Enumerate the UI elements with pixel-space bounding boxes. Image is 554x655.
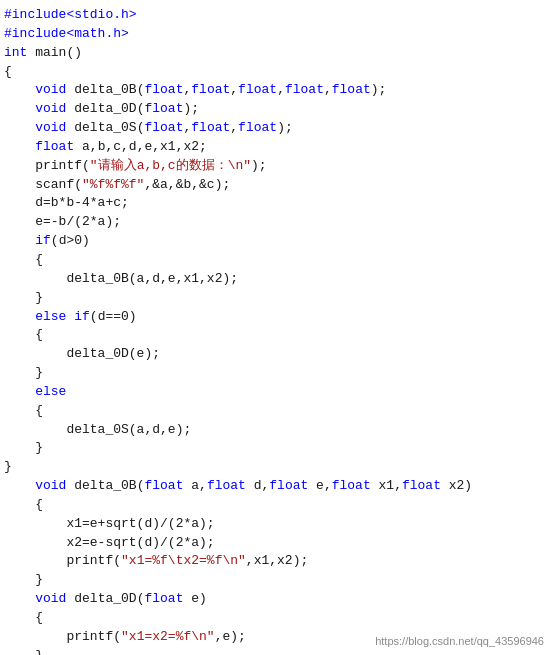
code-token: int [4,44,27,63]
code-token: delta_0S( [66,119,144,138]
code-line: } [4,571,550,590]
code-line: void delta_0S(float,float,float); [4,119,550,138]
code-token: ); [371,81,387,100]
code-token: float [402,477,441,496]
code-line: { [4,63,550,82]
code-line: } [4,647,550,655]
code-line: { [4,326,550,345]
code-token: void [35,477,66,496]
code-token: "请输入a,b,c的数据：\n" [90,157,251,176]
code-token [4,81,35,100]
code-line: void delta_0B(float,float,float,float,fl… [4,81,550,100]
code-token: float [191,119,230,138]
code-token: float [238,119,277,138]
code-token: { [4,326,43,345]
code-line: scanf("%f%f%f",&a,&b,&c); [4,176,550,195]
code-token: x2) [441,477,472,496]
code-line: } [4,439,550,458]
code-line: { [4,251,550,270]
code-token: void [35,81,66,100]
code-token: d, [246,477,269,496]
code-token: "x1=x2=%f\n" [121,628,215,647]
code-line: e=-b/(2*a); [4,213,550,232]
code-line: float a,b,c,d,e,x1,x2; [4,138,550,157]
code-token: } [4,571,43,590]
code-token: main() [27,44,82,63]
code-token: delta_0D( [66,100,144,119]
code-token: { [4,63,12,82]
code-token [4,232,35,251]
code-token: , [277,81,285,100]
code-token: float [191,81,230,100]
code-line: { [4,402,550,421]
code-token: float [285,81,324,100]
code-token: delta_0S(a,d,e); [4,421,191,440]
code-line: d=b*b-4*a+c; [4,194,550,213]
code-block: #include<stdio.h>#include<math.h>int mai… [4,6,550,655]
code-token [4,138,35,157]
code-token: void [35,119,66,138]
code-line: { [4,609,550,628]
code-line: void delta_0D(float e) [4,590,550,609]
code-token: "x1=%f\tx2=%f\n" [121,552,246,571]
code-line: x2=e-sqrt(d)/(2*a); [4,534,550,553]
code-token: #include<math.h> [4,25,129,44]
code-token: (d>0) [51,232,90,251]
code-token: delta_0D( [66,590,144,609]
code-token: , [324,81,332,100]
code-container: #include<stdio.h>#include<math.h>int mai… [0,0,554,655]
code-token: delta_0B(a,d,e,x1,x2); [4,270,238,289]
code-token: { [4,609,43,628]
code-token: e) [183,590,206,609]
code-token: , [183,119,191,138]
code-line: delta_0D(e); [4,345,550,364]
code-token: a,b,c,d,e,x1,x2; [74,138,207,157]
code-token: x1=e+sqrt(d)/(2*a); [4,515,215,534]
code-line: void delta_0D(float); [4,100,550,119]
code-token: else [35,383,66,402]
code-token: float [207,477,246,496]
code-token: float [144,81,183,100]
code-line: else if(d==0) [4,308,550,327]
code-token: float [332,81,371,100]
code-token [4,100,35,119]
code-token [4,590,35,609]
code-token: float [269,477,308,496]
code-line: #include<stdio.h> [4,6,550,25]
watermark: https://blog.csdn.net/qq_43596946 [375,635,544,647]
code-token: printf( [4,552,121,571]
code-token: , [230,81,238,100]
code-token: } [4,439,43,458]
code-token: void [35,100,66,119]
code-token: else if [35,308,90,327]
code-token: ); [277,119,293,138]
code-token: x1, [371,477,402,496]
code-line: printf("请输入a,b,c的数据：\n"); [4,157,550,176]
code-token: , [230,119,238,138]
code-line: { [4,496,550,515]
code-line: } [4,364,550,383]
code-token: { [4,251,43,270]
code-token: ); [251,157,267,176]
code-token: printf( [4,628,121,647]
code-token: if [35,232,51,251]
code-token: ,x1,x2); [246,552,308,571]
code-token: e, [308,477,331,496]
code-token: a, [183,477,206,496]
code-token: printf( [4,157,90,176]
code-token [4,477,35,496]
code-token: #include<stdio.h> [4,6,137,25]
code-line: } [4,458,550,477]
code-token: ); [183,100,199,119]
code-token: ,&a,&b,&c); [144,176,230,195]
code-token: (d==0) [90,308,137,327]
code-line: delta_0S(a,d,e); [4,421,550,440]
code-token: } [4,289,43,308]
code-token: delta_0D(e); [4,345,160,364]
code-token: void [35,590,66,609]
code-token: float [144,119,183,138]
code-token: { [4,402,43,421]
code-token: "%f%f%f" [82,176,144,195]
code-token: delta_0B( [66,477,144,496]
code-token: } [4,458,12,477]
